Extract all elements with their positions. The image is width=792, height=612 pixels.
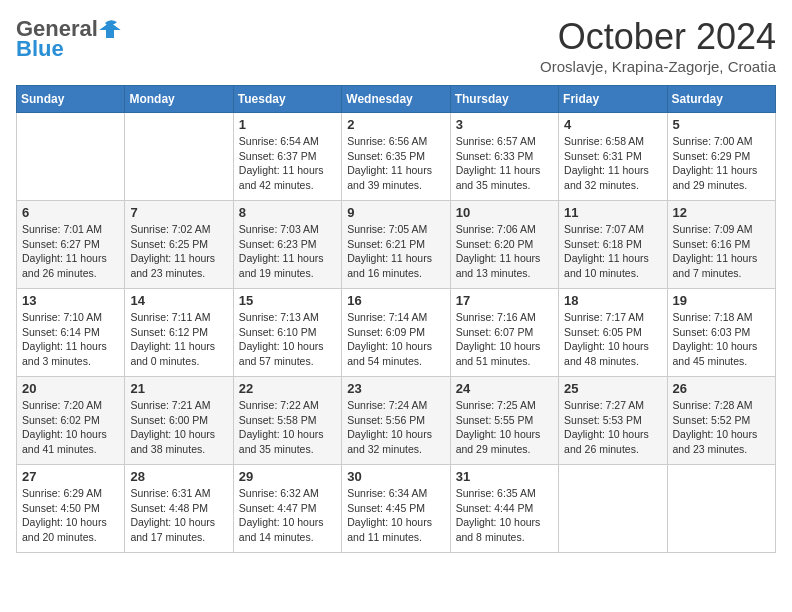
calendar-cell: 28Sunrise: 6:31 AM Sunset: 4:48 PM Dayli… <box>125 465 233 553</box>
day-info: Sunrise: 6:29 AM Sunset: 4:50 PM Dayligh… <box>22 486 119 545</box>
day-number: 8 <box>239 205 336 220</box>
weekday-header: Tuesday <box>233 86 341 113</box>
calendar-cell: 27Sunrise: 6:29 AM Sunset: 4:50 PM Dayli… <box>17 465 125 553</box>
day-info: Sunrise: 7:25 AM Sunset: 5:55 PM Dayligh… <box>456 398 553 457</box>
day-info: Sunrise: 7:01 AM Sunset: 6:27 PM Dayligh… <box>22 222 119 281</box>
day-number: 25 <box>564 381 661 396</box>
month-title: October 2024 <box>540 16 776 58</box>
day-info: Sunrise: 6:58 AM Sunset: 6:31 PM Dayligh… <box>564 134 661 193</box>
calendar-cell: 12Sunrise: 7:09 AM Sunset: 6:16 PM Dayli… <box>667 201 775 289</box>
day-info: Sunrise: 6:56 AM Sunset: 6:35 PM Dayligh… <box>347 134 444 193</box>
day-number: 3 <box>456 117 553 132</box>
day-number: 15 <box>239 293 336 308</box>
day-number: 28 <box>130 469 227 484</box>
weekday-header: Sunday <box>17 86 125 113</box>
day-info: Sunrise: 7:02 AM Sunset: 6:25 PM Dayligh… <box>130 222 227 281</box>
day-number: 31 <box>456 469 553 484</box>
weekday-header: Wednesday <box>342 86 450 113</box>
day-number: 5 <box>673 117 770 132</box>
day-info: Sunrise: 7:07 AM Sunset: 6:18 PM Dayligh… <box>564 222 661 281</box>
day-number: 9 <box>347 205 444 220</box>
day-info: Sunrise: 6:32 AM Sunset: 4:47 PM Dayligh… <box>239 486 336 545</box>
calendar-cell: 20Sunrise: 7:20 AM Sunset: 6:02 PM Dayli… <box>17 377 125 465</box>
calendar-cell: 29Sunrise: 6:32 AM Sunset: 4:47 PM Dayli… <box>233 465 341 553</box>
day-info: Sunrise: 7:17 AM Sunset: 6:05 PM Dayligh… <box>564 310 661 369</box>
day-info: Sunrise: 7:10 AM Sunset: 6:14 PM Dayligh… <box>22 310 119 369</box>
day-number: 2 <box>347 117 444 132</box>
calendar-cell: 10Sunrise: 7:06 AM Sunset: 6:20 PM Dayli… <box>450 201 558 289</box>
day-info: Sunrise: 6:34 AM Sunset: 4:45 PM Dayligh… <box>347 486 444 545</box>
day-info: Sunrise: 6:54 AM Sunset: 6:37 PM Dayligh… <box>239 134 336 193</box>
day-number: 30 <box>347 469 444 484</box>
calendar-week-row: 1Sunrise: 6:54 AM Sunset: 6:37 PM Daylig… <box>17 113 776 201</box>
calendar-cell: 25Sunrise: 7:27 AM Sunset: 5:53 PM Dayli… <box>559 377 667 465</box>
weekday-header: Thursday <box>450 86 558 113</box>
day-number: 18 <box>564 293 661 308</box>
day-info: Sunrise: 7:16 AM Sunset: 6:07 PM Dayligh… <box>456 310 553 369</box>
day-number: 11 <box>564 205 661 220</box>
calendar-cell: 14Sunrise: 7:11 AM Sunset: 6:12 PM Dayli… <box>125 289 233 377</box>
day-info: Sunrise: 7:20 AM Sunset: 6:02 PM Dayligh… <box>22 398 119 457</box>
calendar-cell <box>125 113 233 201</box>
calendar-cell: 3Sunrise: 6:57 AM Sunset: 6:33 PM Daylig… <box>450 113 558 201</box>
calendar-cell: 13Sunrise: 7:10 AM Sunset: 6:14 PM Dayli… <box>17 289 125 377</box>
day-number: 22 <box>239 381 336 396</box>
title-block: October 2024 Oroslavje, Krapina-Zagorje,… <box>540 16 776 75</box>
day-number: 17 <box>456 293 553 308</box>
day-info: Sunrise: 7:09 AM Sunset: 6:16 PM Dayligh… <box>673 222 770 281</box>
day-info: Sunrise: 7:06 AM Sunset: 6:20 PM Dayligh… <box>456 222 553 281</box>
calendar-cell: 5Sunrise: 7:00 AM Sunset: 6:29 PM Daylig… <box>667 113 775 201</box>
day-info: Sunrise: 7:28 AM Sunset: 5:52 PM Dayligh… <box>673 398 770 457</box>
calendar-header-row: SundayMondayTuesdayWednesdayThursdayFrid… <box>17 86 776 113</box>
calendar-cell: 21Sunrise: 7:21 AM Sunset: 6:00 PM Dayli… <box>125 377 233 465</box>
calendar-week-row: 6Sunrise: 7:01 AM Sunset: 6:27 PM Daylig… <box>17 201 776 289</box>
calendar-cell: 26Sunrise: 7:28 AM Sunset: 5:52 PM Dayli… <box>667 377 775 465</box>
day-info: Sunrise: 7:03 AM Sunset: 6:23 PM Dayligh… <box>239 222 336 281</box>
calendar-cell: 16Sunrise: 7:14 AM Sunset: 6:09 PM Dayli… <box>342 289 450 377</box>
calendar-cell: 19Sunrise: 7:18 AM Sunset: 6:03 PM Dayli… <box>667 289 775 377</box>
day-number: 19 <box>673 293 770 308</box>
day-number: 23 <box>347 381 444 396</box>
day-info: Sunrise: 7:21 AM Sunset: 6:00 PM Dayligh… <box>130 398 227 457</box>
calendar-cell: 7Sunrise: 7:02 AM Sunset: 6:25 PM Daylig… <box>125 201 233 289</box>
day-info: Sunrise: 7:11 AM Sunset: 6:12 PM Dayligh… <box>130 310 227 369</box>
day-info: Sunrise: 7:22 AM Sunset: 5:58 PM Dayligh… <box>239 398 336 457</box>
calendar-cell <box>559 465 667 553</box>
logo-blue: Blue <box>16 36 64 62</box>
calendar-cell: 11Sunrise: 7:07 AM Sunset: 6:18 PM Dayli… <box>559 201 667 289</box>
day-number: 1 <box>239 117 336 132</box>
calendar-cell: 24Sunrise: 7:25 AM Sunset: 5:55 PM Dayli… <box>450 377 558 465</box>
day-info: Sunrise: 7:18 AM Sunset: 6:03 PM Dayligh… <box>673 310 770 369</box>
day-info: Sunrise: 6:57 AM Sunset: 6:33 PM Dayligh… <box>456 134 553 193</box>
calendar-cell: 4Sunrise: 6:58 AM Sunset: 6:31 PM Daylig… <box>559 113 667 201</box>
calendar-cell <box>667 465 775 553</box>
day-number: 29 <box>239 469 336 484</box>
day-info: Sunrise: 7:00 AM Sunset: 6:29 PM Dayligh… <box>673 134 770 193</box>
logo: General Blue <box>16 16 122 62</box>
weekday-header: Saturday <box>667 86 775 113</box>
day-info: Sunrise: 7:05 AM Sunset: 6:21 PM Dayligh… <box>347 222 444 281</box>
calendar-cell: 30Sunrise: 6:34 AM Sunset: 4:45 PM Dayli… <box>342 465 450 553</box>
day-number: 24 <box>456 381 553 396</box>
day-number: 14 <box>130 293 227 308</box>
day-number: 21 <box>130 381 227 396</box>
calendar-cell: 18Sunrise: 7:17 AM Sunset: 6:05 PM Dayli… <box>559 289 667 377</box>
calendar-cell: 6Sunrise: 7:01 AM Sunset: 6:27 PM Daylig… <box>17 201 125 289</box>
day-info: Sunrise: 6:31 AM Sunset: 4:48 PM Dayligh… <box>130 486 227 545</box>
weekday-header: Monday <box>125 86 233 113</box>
day-info: Sunrise: 7:27 AM Sunset: 5:53 PM Dayligh… <box>564 398 661 457</box>
day-number: 12 <box>673 205 770 220</box>
calendar-cell: 8Sunrise: 7:03 AM Sunset: 6:23 PM Daylig… <box>233 201 341 289</box>
svg-marker-0 <box>99 22 121 38</box>
calendar-week-row: 20Sunrise: 7:20 AM Sunset: 6:02 PM Dayli… <box>17 377 776 465</box>
day-number: 4 <box>564 117 661 132</box>
day-number: 7 <box>130 205 227 220</box>
day-number: 20 <box>22 381 119 396</box>
calendar-cell: 23Sunrise: 7:24 AM Sunset: 5:56 PM Dayli… <box>342 377 450 465</box>
weekday-header: Friday <box>559 86 667 113</box>
day-number: 6 <box>22 205 119 220</box>
location: Oroslavje, Krapina-Zagorje, Croatia <box>540 58 776 75</box>
day-number: 26 <box>673 381 770 396</box>
day-info: Sunrise: 7:13 AM Sunset: 6:10 PM Dayligh… <box>239 310 336 369</box>
page-header: General Blue October 2024 Oroslavje, Kra… <box>16 16 776 75</box>
